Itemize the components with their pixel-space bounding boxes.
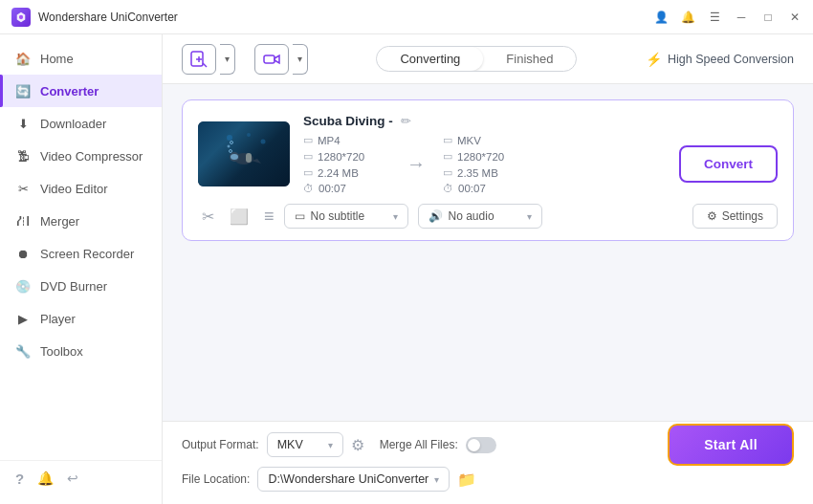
toggle-knob <box>468 439 480 451</box>
sidebar-item-downloader[interactable]: ⬇ Downloader <box>0 107 162 140</box>
folder-icon[interactable]: 📁 <box>457 471 476 489</box>
crop-action-icon[interactable]: ⬜ <box>230 208 249 226</box>
svg-point-8 <box>261 140 266 144</box>
bell-footer-icon[interactable]: 🔔 <box>37 471 54 487</box>
sidebar-item-video-editor[interactable]: ✂ Video Editor <box>0 172 162 205</box>
audio-select[interactable]: 🔊 No audio ▾ <box>418 204 542 229</box>
bottom-row-1: Output Format: MKV ▾ ⚙ Merge All Files: … <box>182 429 794 460</box>
download-icon: ⬇ <box>15 116 31 131</box>
add-cam-dropdown-arrow[interactable]: ▾ <box>293 44 308 75</box>
svg-point-14 <box>228 145 230 147</box>
file-list: Scuba Diving - ✏ ▭ MP4 ▭ <box>163 84 813 421</box>
start-all-button[interactable]: Start All <box>668 424 794 466</box>
file-card-actions: ✂ ⬜ ≡ <box>198 207 275 227</box>
input-resolution: ▭ 1280*720 <box>303 150 389 163</box>
file-location-value: D:\Wondershare UniConverter <box>268 472 428 486</box>
svg-rect-5 <box>264 55 275 63</box>
sidebar-item-home[interactable]: 🏠 Home <box>0 42 162 75</box>
high-speed-label: High Speed Conversion <box>668 53 794 66</box>
output-format: ▭ MKV <box>443 134 548 146</box>
svg-point-0 <box>19 14 23 18</box>
sidebar-label-dvd: DVD Burner <box>40 279 107 294</box>
help-icon[interactable]: ? <box>15 471 24 487</box>
sidebar-item-video-compressor[interactable]: 🗜 Video Compressor <box>0 140 162 172</box>
format-dropdown-arrow: ▾ <box>328 440 333 450</box>
edit-title-icon[interactable]: ✏ <box>401 114 411 128</box>
file-card-top: Scuba Diving - ✏ ▭ MP4 ▭ <box>198 114 778 194</box>
close-button[interactable]: ✕ <box>788 11 802 24</box>
sidebar-item-screen-recorder[interactable]: ⏺ Screen Recorder <box>0 237 162 270</box>
sidebar: 🏠 Home 🔄 Converter ⬇ Downloader 🗜 Video … <box>0 34 163 504</box>
tab-converting[interactable]: Converting <box>377 47 483 71</box>
user-icon[interactable]: 👤 <box>654 11 668 24</box>
sidebar-item-dvd-burner[interactable]: 💿 DVD Burner <box>0 270 162 302</box>
input-format: ▭ MP4 <box>303 134 389 146</box>
convert-arrow: → <box>389 153 443 175</box>
sidebar-item-converter[interactable]: 🔄 Converter <box>0 75 162 107</box>
svg-rect-12 <box>246 153 252 163</box>
input-size: ▭ 2.24 MB <box>303 166 389 179</box>
high-speed-conversion[interactable]: ⚡ High Speed Conversion <box>646 52 794 67</box>
svg-point-15 <box>231 142 233 144</box>
file-location-select[interactable]: D:\Wondershare UniConverter ▾ <box>257 467 450 492</box>
settings-button[interactable]: ⚙ Settings <box>692 204 778 229</box>
lightning-icon: ⚡ <box>646 52 662 67</box>
output-format-label: Output Format: <box>182 438 259 451</box>
feedback-icon[interactable]: ↩ <box>67 471 78 487</box>
tab-group: Converting Finished <box>319 46 634 72</box>
output-format-select[interactable]: MKV ▾ <box>267 432 343 457</box>
output-resolution: ▭ 1280*720 <box>443 150 548 163</box>
input-duration: ⏱ 00:07 <box>303 183 389 194</box>
top-bar: ▾ ▾ Converting Finished ⚡ Hi <box>163 34 813 84</box>
output-dur-value: 00:07 <box>458 183 486 194</box>
format-settings-icon[interactable]: ⚙ <box>351 436 364 454</box>
maximize-button[interactable]: □ <box>761 11 775 24</box>
input-dur-value: 00:07 <box>319 183 346 194</box>
sidebar-label-compressor: Video Compressor <box>40 149 143 164</box>
file-title: Scuba Diving - <box>303 114 393 128</box>
sidebar-item-merger[interactable]: ⛙ Merger <box>0 205 162 237</box>
output-size: ▭ 2.35 MB <box>443 166 548 179</box>
sidebar-label-home: Home <box>40 52 74 66</box>
file-info: Scuba Diving - ✏ ▭ MP4 ▭ <box>303 114 778 194</box>
title-bar-left: Wondershare UniConverter <box>11 8 178 27</box>
svg-point-13 <box>230 150 232 153</box>
notification-icon[interactable]: 🔔 <box>681 11 694 24</box>
output-res-value: 1280*720 <box>457 151 504 163</box>
add-file-button[interactable] <box>182 44 216 75</box>
sidebar-item-toolbox[interactable]: 🔧 Toolbox <box>0 335 162 367</box>
input-meta: ▭ MP4 ▭ 1280*720 ▭ 2.24 MB <box>303 134 389 194</box>
minimize-button[interactable]: ─ <box>735 11 748 24</box>
location-dropdown-arrow: ▾ <box>434 474 439 485</box>
audio-label: No audio <box>449 209 494 223</box>
sidebar-item-player[interactable]: ▶ Player <box>0 302 162 335</box>
file-title-row: Scuba Diving - ✏ <box>303 114 778 128</box>
add-file-dropdown-arrow[interactable]: ▾ <box>220 44 235 75</box>
input-res-value: 1280*720 <box>318 151 364 163</box>
sidebar-label-converter: Converter <box>40 84 99 99</box>
svg-point-6 <box>227 135 232 141</box>
sidebar-label-player: Player <box>40 312 76 326</box>
subtitle-dropdown-arrow: ▾ <box>393 211 398 222</box>
main-layout: 🏠 Home 🔄 Converter ⬇ Downloader 🗜 Video … <box>0 34 813 504</box>
output-duration: ⏱ 00:07 <box>443 183 548 194</box>
menu-icon[interactable]: ☰ <box>708 11 721 24</box>
file-thumbnail <box>198 121 290 186</box>
cut-action-icon[interactable]: ✂ <box>202 208 214 226</box>
sidebar-label-merger: Merger <box>40 214 79 229</box>
add-camera-button[interactable] <box>254 44 289 75</box>
out-format-icon: ▭ <box>443 134 452 146</box>
sidebar-label-toolbox: Toolbox <box>40 344 83 359</box>
subtitle-select[interactable]: ▭ No subtitle ▾ <box>284 204 408 229</box>
audio-icon: 🔊 <box>428 209 443 223</box>
settings-gear-icon: ⚙ <box>707 209 717 223</box>
bottom-row-2: File Location: D:\Wondershare UniConvert… <box>182 464 794 494</box>
title-bar: Wondershare UniConverter 👤 🔔 ☰ ─ □ ✕ <box>0 0 813 34</box>
output-format-value: MKV <box>277 438 303 451</box>
tab-finished[interactable]: Finished <box>483 47 576 71</box>
convert-button[interactable]: Convert <box>679 145 778 183</box>
effects-action-icon[interactable]: ≡ <box>264 207 275 227</box>
record-icon: ⏺ <box>15 246 31 261</box>
merge-toggle[interactable] <box>466 437 496 453</box>
sidebar-label-screen-recorder: Screen Recorder <box>40 247 134 261</box>
